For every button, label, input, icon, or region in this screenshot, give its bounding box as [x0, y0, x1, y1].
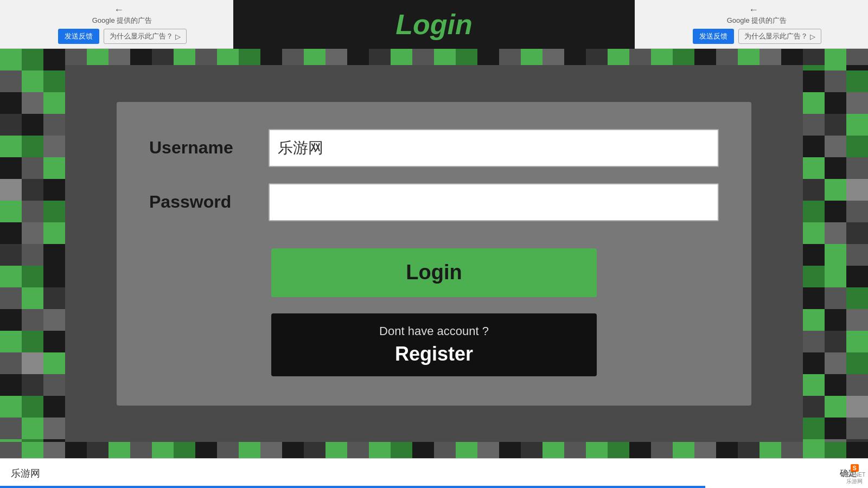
password-label: Password	[149, 192, 269, 212]
ad-section-right: ← Google 提供的广告 发送反馈 为什么显示此广告？ ▷	[635, 4, 868, 44]
watermark-name: 乐游网	[846, 478, 863, 485]
dont-have-account-text: Dont have account ?	[288, 324, 580, 338]
back-arrow-left[interactable]: ←	[114, 4, 124, 16]
register-link[interactable]: Register	[288, 343, 580, 365]
ad-buttons-right: 发送反馈 为什么显示此广告？ ▷	[693, 29, 821, 44]
watermark: S 962.NET 乐游网	[844, 464, 865, 485]
page-title: Login	[395, 8, 473, 41]
login-button[interactable]: Login	[271, 248, 597, 297]
mc-border-left	[0, 49, 65, 458]
username-group: Username	[149, 129, 719, 167]
mc-border-top	[0, 49, 868, 65]
why-btn-left[interactable]: 为什么显示此广告？ ▷	[104, 29, 187, 44]
mc-border-bottom	[0, 442, 868, 458]
ad-buttons-left: 发送反馈 为什么显示此广告？ ▷	[58, 29, 187, 44]
main-content: Username Password Login Dont have accoun…	[0, 49, 868, 458]
username-label: Username	[149, 138, 269, 158]
feedback-btn-right[interactable]: 发送反馈	[693, 29, 734, 44]
feedback-btn-left[interactable]: 发送反馈	[58, 29, 99, 44]
bottom-bar: 乐游网 确定 S 962.NET 乐游网	[0, 458, 868, 488]
bottom-site-name: 乐游网	[11, 467, 840, 480]
loading-progress-bar	[0, 486, 705, 488]
watermark-badge: S	[851, 464, 859, 472]
ad-label-right: Google 提供的广告	[727, 16, 787, 25]
title-bar: Login	[233, 0, 635, 49]
mc-border-right	[803, 49, 868, 458]
login-panel: Username Password Login Dont have accoun…	[117, 102, 751, 406]
password-input[interactable]	[269, 183, 719, 221]
password-group: Password	[149, 183, 719, 221]
back-arrow-right[interactable]: ←	[749, 4, 758, 16]
ad-label-left: Google 提供的广告	[92, 16, 152, 25]
ad-section-left: ← Google 提供的广告 发送反馈 为什么显示此广告？ ▷	[0, 4, 233, 44]
bottom-right-section: 确定 S 962.NET 乐游网	[840, 468, 857, 479]
username-input[interactable]	[269, 129, 719, 167]
register-block[interactable]: Dont have account ? Register	[271, 313, 597, 376]
top-ad-bar: ← Google 提供的广告 发送反馈 为什么显示此广告？ ▷ Login ← …	[0, 0, 868, 49]
watermark-site: 962.NET	[844, 472, 865, 478]
why-btn-right[interactable]: 为什么显示此广告？ ▷	[738, 29, 821, 44]
